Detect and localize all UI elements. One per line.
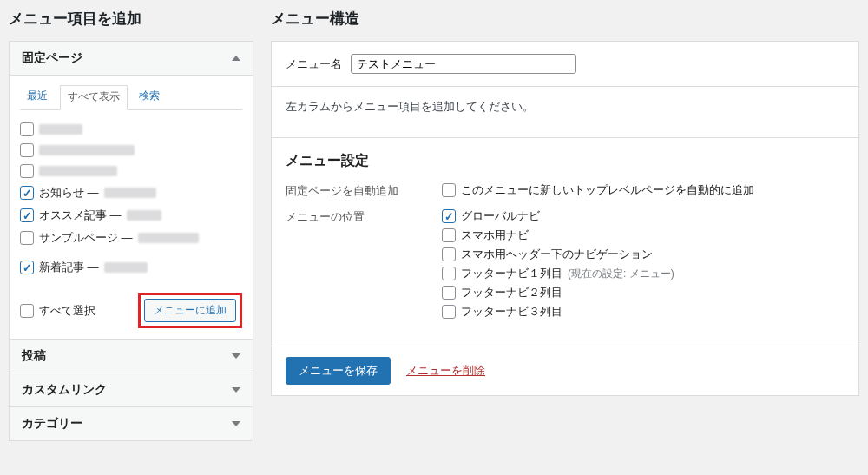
checkbox[interactable]	[20, 143, 34, 157]
chevron-up-icon	[232, 56, 240, 61]
blurred-text	[39, 124, 82, 135]
menu-location-label: メニューの位置	[286, 208, 424, 225]
list-item[interactable]	[20, 161, 242, 181]
list-item[interactable]: お知らせ —	[20, 181, 242, 204]
location-sp-checkbox[interactable]	[442, 228, 456, 242]
auto-add-label: 固定ページを自動追加	[286, 182, 424, 199]
location-footer2-checkbox[interactable]	[442, 286, 456, 300]
list-item[interactable]	[20, 140, 242, 161]
list-item[interactable]: オススメ記事 —	[20, 204, 242, 227]
panel-fixed-pages[interactable]: 固定ページ	[10, 42, 253, 76]
checkbox[interactable]	[20, 261, 34, 274]
item-label: 新着記事 —	[39, 260, 99, 275]
select-all-label[interactable]: すべて選択	[39, 303, 95, 319]
add-menu-items-heading: メニュー項目を追加	[9, 9, 253, 29]
checkbox[interactable]	[20, 164, 34, 178]
panel-categories-label: カテゴリー	[22, 416, 82, 432]
list-item[interactable]: 新着記事 —	[20, 256, 242, 279]
add-to-menu-button[interactable]: メニューに追加	[144, 299, 236, 322]
panel-posts[interactable]: 投稿	[10, 340, 253, 373]
location-footer1-checkbox[interactable]	[442, 267, 456, 280]
instruction-text: 左カラムからメニュー項目を追加してください。	[272, 87, 858, 138]
panel-custom-links-label: カスタムリンク	[22, 382, 107, 398]
chevron-down-icon	[232, 353, 240, 359]
checkbox[interactable]	[20, 231, 34, 245]
menu-items-accordion: 固定ページ 最近 すべて表示 検索	[9, 41, 253, 441]
highlight-box: メニューに追加	[138, 293, 242, 328]
panel-custom-links[interactable]: カスタムリンク	[10, 373, 253, 407]
location-footer3-label: フッターナビ３列目	[461, 304, 562, 320]
panel-fixed-pages-label: 固定ページ	[22, 50, 82, 66]
item-label: オススメ記事 —	[39, 208, 122, 223]
blurred-text	[39, 166, 117, 176]
page-filter-tabs: 最近 すべて表示 検索	[20, 84, 242, 110]
auto-add-option-label: このメニューに新しいトップレベルページを自動的に追加	[461, 182, 754, 198]
chevron-down-icon	[232, 387, 240, 393]
checkbox[interactable]	[20, 122, 34, 136]
menu-structure-panel: メニュー名 左カラムからメニュー項目を追加してください。 メニュー設定 固定ペー…	[271, 41, 859, 396]
tab-recent[interactable]: 最近	[20, 85, 55, 109]
location-footer1-label: フッターナビ１列目	[461, 266, 562, 281]
item-label: お知らせ —	[39, 185, 99, 201]
blurred-text	[104, 188, 156, 198]
tab-search[interactable]: 検索	[132, 85, 167, 109]
location-footer3-checkbox[interactable]	[442, 305, 456, 319]
location-sp-header-checkbox[interactable]	[442, 247, 456, 261]
panel-fixed-pages-body: 最近 すべて表示 検索	[10, 76, 253, 340]
location-global-label: グローバルナビ	[461, 208, 540, 224]
checkbox[interactable]	[20, 186, 34, 200]
save-menu-button[interactable]: メニューを保存	[286, 357, 391, 385]
location-global-checkbox[interactable]	[442, 209, 456, 223]
tab-all[interactable]: すべて表示	[60, 85, 128, 110]
select-all-checkbox[interactable]	[20, 304, 34, 318]
panel-categories[interactable]: カテゴリー	[10, 407, 253, 440]
location-footer1-hint: (現在の設定: メニュー)	[568, 267, 674, 281]
panel-posts-label: 投稿	[22, 348, 46, 364]
location-sp-header-label: スマホ用ヘッダー下のナビゲーション	[461, 247, 653, 262]
location-footer2-label: フッターナビ２列目	[461, 285, 562, 300]
list-item[interactable]: サンプルページ —	[20, 227, 242, 249]
menu-settings-heading: メニュー設定	[286, 152, 845, 170]
menu-name-label: メニュー名	[286, 56, 342, 72]
list-item[interactable]	[20, 119, 242, 140]
delete-menu-link[interactable]: メニューを削除	[406, 363, 485, 379]
blurred-text	[104, 262, 148, 273]
item-label: サンプルページ —	[39, 230, 133, 246]
checkbox[interactable]	[20, 208, 34, 222]
menu-structure-heading: メニュー構造	[271, 9, 859, 29]
menu-name-input[interactable]	[351, 54, 576, 74]
menu-settings: メニュー設定 固定ページを自動追加 このメニューに新しいトップレベルページを自動…	[272, 138, 858, 346]
chevron-down-icon	[232, 421, 240, 426]
location-sp-label: スマホ用ナビ	[461, 228, 529, 243]
blurred-text	[127, 210, 161, 221]
page-list: お知らせ — オススメ記事 — サンプルページ —	[20, 115, 242, 284]
blurred-text	[138, 233, 199, 243]
blurred-text	[39, 145, 135, 155]
auto-add-checkbox[interactable]	[442, 183, 456, 197]
